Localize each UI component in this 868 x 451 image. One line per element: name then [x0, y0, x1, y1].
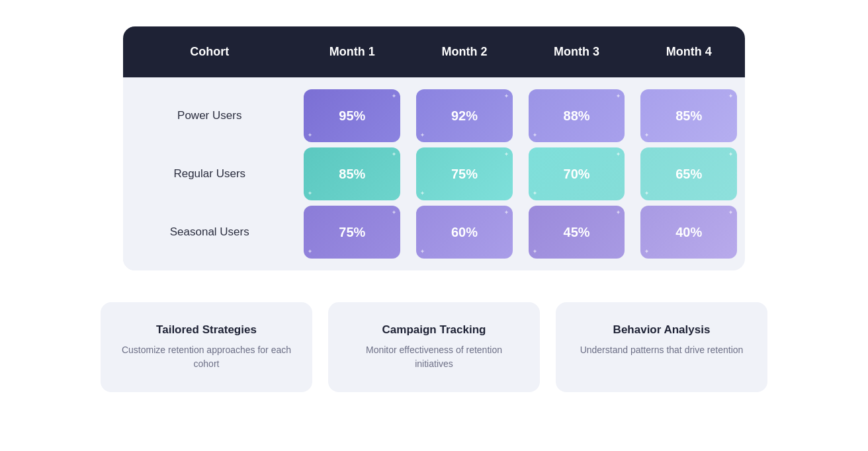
- cell-0-0: 95%: [296, 77, 408, 145]
- cell-inner-2-3: 40%: [640, 206, 737, 259]
- cell-1-3: 65%: [632, 145, 745, 203]
- header-month-4: Month 4: [632, 26, 745, 77]
- cell-inner-0-3: 85%: [640, 89, 737, 142]
- row-label-2: Seasonal Users: [123, 203, 296, 270]
- card-description-0: Customize retention approaches for each …: [119, 343, 294, 371]
- cell-inner-1-3: 65%: [640, 147, 737, 200]
- cell-inner-1-1: 75%: [416, 147, 513, 200]
- cell-0-1: 92%: [408, 77, 521, 145]
- cell-0-2: 88%: [521, 77, 633, 145]
- cell-1-2: 70%: [521, 145, 633, 203]
- row-label-1: Regular Users: [123, 145, 296, 203]
- cell-inner-2-0: 75%: [304, 206, 400, 259]
- feature-card-1: Campaign TrackingMonitor effectiveness o…: [328, 302, 540, 392]
- cell-inner-0-0: 95%: [304, 89, 400, 142]
- feature-card-2: Behavior AnalysisUnderstand patterns tha…: [556, 302, 767, 392]
- card-description-2: Understand patterns that drive retention: [580, 343, 744, 357]
- cell-inner-0-2: 88%: [529, 89, 625, 142]
- cell-inner-1-2: 70%: [529, 147, 625, 200]
- cell-inner-0-1: 92%: [416, 89, 513, 142]
- header-month-1: Month 1: [296, 26, 408, 77]
- cell-inner-2-1: 60%: [416, 206, 513, 259]
- header-month-3: Month 3: [521, 26, 633, 77]
- table-row: Power Users95%92%88%85%: [123, 77, 745, 145]
- table-row: Seasonal Users75%60%45%40%: [123, 203, 745, 270]
- feature-card-0: Tailored StrategiesCustomize retention a…: [101, 302, 312, 392]
- cell-2-3: 40%: [632, 203, 745, 270]
- cell-2-0: 75%: [296, 203, 408, 270]
- feature-cards: Tailored StrategiesCustomize retention a…: [70, 302, 798, 392]
- cell-2-2: 45%: [521, 203, 633, 270]
- cohort-retention-table: CohortMonth 1Month 2Month 3Month 4 Power…: [123, 26, 745, 270]
- cell-inner-2-2: 45%: [529, 206, 625, 259]
- cell-inner-1-0: 85%: [304, 147, 400, 200]
- table-row: Regular Users85%75%70%65%: [123, 145, 745, 203]
- cell-1-0: 85%: [296, 145, 408, 203]
- row-label-0: Power Users: [123, 77, 296, 145]
- card-title-1: Campaign Tracking: [382, 323, 486, 337]
- header-month-2: Month 2: [408, 26, 521, 77]
- header-cohort: Cohort: [123, 26, 296, 77]
- card-description-1: Monitor effectiveness of retention initi…: [347, 343, 521, 371]
- cell-2-1: 60%: [408, 203, 521, 270]
- card-title-0: Tailored Strategies: [156, 323, 257, 337]
- card-title-2: Behavior Analysis: [613, 323, 711, 337]
- cell-0-3: 85%: [632, 77, 745, 145]
- cell-1-1: 75%: [408, 145, 521, 203]
